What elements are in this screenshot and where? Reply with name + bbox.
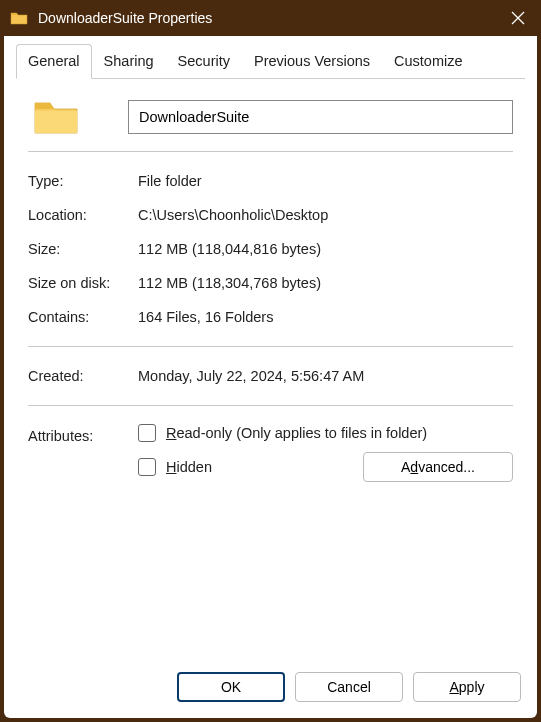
- cancel-button[interactable]: Cancel: [295, 672, 403, 702]
- svg-rect-2: [35, 111, 77, 133]
- divider: [28, 346, 513, 347]
- contains-label: Contains:: [28, 309, 138, 325]
- type-label: Type:: [28, 173, 138, 189]
- tab-general[interactable]: General: [16, 44, 92, 79]
- folder-name-input[interactable]: [128, 100, 513, 134]
- contains-value: 164 Files, 16 Folders: [138, 309, 513, 325]
- divider: [28, 151, 513, 152]
- tab-previous-versions[interactable]: Previous Versions: [242, 44, 382, 79]
- readonly-label[interactable]: Read-only (Only applies to files in fold…: [166, 425, 427, 441]
- advanced-button[interactable]: Advanced...: [363, 452, 513, 482]
- folder-large-icon: [32, 97, 80, 137]
- size-on-disk-value: 112 MB (118,304,768 bytes): [138, 275, 513, 291]
- close-button[interactable]: [495, 0, 541, 36]
- size-value: 112 MB (118,044,816 bytes): [138, 241, 513, 257]
- ok-button[interactable]: OK: [177, 672, 285, 702]
- type-value: File folder: [138, 173, 513, 189]
- hidden-label[interactable]: Hidden: [166, 459, 212, 475]
- tab-customize[interactable]: Customize: [382, 44, 475, 79]
- dialog-content: General Sharing Security Previous Versio…: [4, 36, 537, 718]
- size-label: Size:: [28, 241, 138, 257]
- attributes-label: Attributes:: [28, 424, 138, 482]
- hidden-checkbox[interactable]: [138, 458, 156, 476]
- location-label: Location:: [28, 207, 138, 223]
- dialog-buttons: OK Cancel Apply: [4, 658, 537, 718]
- readonly-checkbox[interactable]: [138, 424, 156, 442]
- tab-security[interactable]: Security: [166, 44, 242, 79]
- titlebar: DownloaderSuite Properties: [0, 0, 541, 36]
- tab-sharing[interactable]: Sharing: [92, 44, 166, 79]
- tab-bar: General Sharing Security Previous Versio…: [4, 36, 537, 79]
- apply-button[interactable]: Apply: [413, 672, 521, 702]
- general-panel: Type: File folder Location: C:\Users\Cho…: [4, 79, 537, 658]
- divider: [28, 405, 513, 406]
- close-icon: [511, 11, 525, 25]
- window-title: DownloaderSuite Properties: [38, 10, 495, 26]
- created-label: Created:: [28, 368, 138, 384]
- folder-icon: [10, 11, 28, 25]
- location-value: C:\Users\Choonholic\Desktop: [138, 207, 513, 223]
- created-value: Monday, July 22, 2024, 5:56:47 AM: [138, 368, 513, 384]
- size-on-disk-label: Size on disk:: [28, 275, 138, 291]
